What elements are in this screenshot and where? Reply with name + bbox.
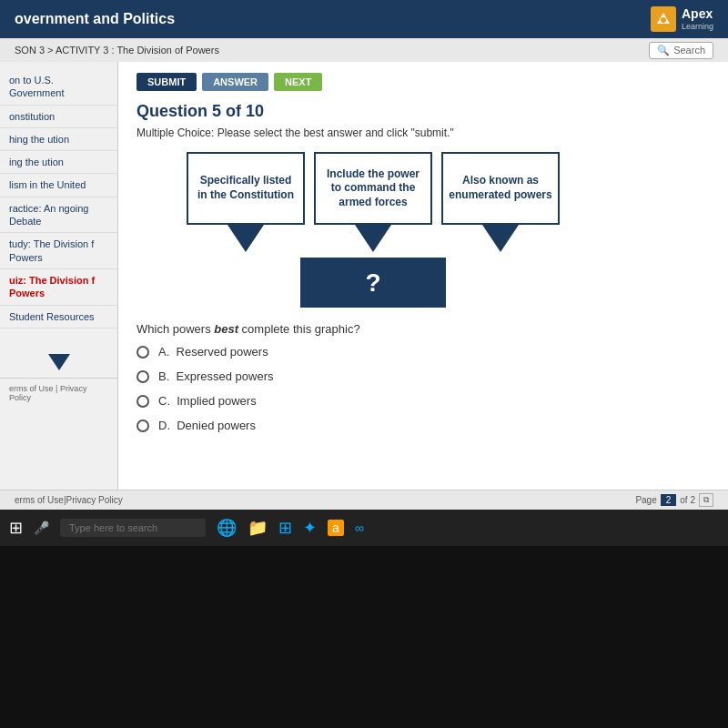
option-a[interactable]: A. Reserved powers [136, 345, 610, 359]
sidebar-item-intro[interactable]: on to U.S. Government [0, 69, 117, 106]
option-c-label: C. Implied powers [158, 394, 257, 408]
sidebar-item-reading2[interactable]: ing the ution [0, 151, 117, 174]
radio-b[interactable] [136, 370, 149, 383]
windows-icon[interactable]: ⊞ [9, 518, 23, 538]
footer-privacy[interactable]: Privacy Policy [66, 495, 123, 505]
sidebar-footer: erms of Use | Privacy Policy [0, 378, 117, 408]
search-icon: 🔍 [657, 45, 670, 56]
arrows-row [187, 225, 560, 258]
app-title: overnment and Politics [15, 11, 175, 27]
question-instruction: Multiple Choice: Please select the best … [136, 126, 610, 139]
main-layout: on to U.S. Government onstitution hing t… [0, 62, 728, 490]
taskbar-search-input[interactable] [60, 519, 206, 537]
arrow-center [314, 225, 432, 252]
svg-point-1 [661, 17, 666, 23]
sidebar-item-practice[interactable]: ractice: An ngoing Debate [0, 197, 117, 234]
diagram: Specifically listed in the Constitution … [136, 152, 610, 308]
question-title: Question 5 of 10 [136, 102, 610, 121]
answer-button[interactable]: ANSWER [202, 73, 268, 91]
taskbar: ⊞ 🎤 🌐 📁 ⊞ ✦ a ∞ [0, 510, 728, 546]
next-button[interactable]: NEXT [274, 73, 322, 91]
screen: overnment and Politics Apex Learning SON… [0, 0, 728, 728]
page-nav-icon[interactable]: ⧉ [699, 493, 713, 507]
taskbar-extra-icon[interactable]: ∞ [355, 521, 364, 535]
diagram-bottom-box: ? [300, 258, 446, 308]
taskbar-amazon-icon[interactable]: a [328, 520, 344, 536]
sidebar-item-quiz[interactable]: uiz: The Division f Powers [0, 269, 117, 306]
taskbar-dropbox-icon[interactable]: ✦ [303, 518, 317, 538]
diagram-box-1: Specifically listed in the Constitution [187, 152, 305, 225]
sidebar-item-resources[interactable]: Student Resources [0, 306, 117, 329]
question-prompt: Which powers best complete this graphic? [136, 322, 610, 336]
diagram-box-2: Include the power to command the armed f… [314, 152, 432, 225]
content-area: SUBMIT ANSWER NEXT Question 5 of 10 Mult… [118, 62, 728, 490]
sidebar-item-constitution[interactable]: onstitution [0, 106, 117, 128]
radio-a[interactable] [136, 346, 149, 359]
breadcrumb: SON 3 > ACTIVITY 3 : The Division of Pow… [15, 45, 219, 56]
top-bar: overnment and Politics Apex Learning [0, 0, 728, 38]
sidebar-item-federalism[interactable]: lism in the United [0, 174, 117, 197]
page-nav: Page 2 of 2 ⧉ [635, 493, 713, 507]
toolbar: SUBMIT ANSWER NEXT [136, 73, 610, 91]
apex-logo-text-block: Apex Learning [682, 7, 713, 30]
option-c[interactable]: C. Implied powers [136, 394, 610, 408]
option-d[interactable]: D. Denied powers [136, 419, 610, 432]
sidebar-item-study[interactable]: tudy: The Division f Powers [0, 233, 117, 269]
sidebar-nav-arrow[interactable] [0, 347, 117, 378]
page-number: 2 [661, 494, 677, 506]
footer-terms[interactable]: erms of Use [15, 495, 64, 505]
search-box[interactable]: 🔍 Search [649, 42, 713, 59]
mic-icon[interactable]: 🎤 [34, 521, 49, 535]
arrow-down-icon-1 [228, 225, 264, 252]
breadcrumb-bar: SON 3 > ACTIVITY 3 : The Division of Pow… [0, 38, 728, 62]
apex-logo: Apex Learning [651, 6, 713, 32]
arrow-down-icon-2 [355, 225, 391, 252]
option-a-label: A. Reserved powers [158, 345, 268, 359]
arrow-down-icon-3 [482, 225, 519, 252]
terms-link[interactable]: erms of Use [9, 384, 54, 393]
option-b[interactable]: B. Expressed powers [136, 369, 610, 383]
diagram-box-3: Also known as enumerated powers [441, 152, 560, 225]
sidebar: on to U.S. Government onstitution hing t… [0, 62, 118, 490]
page-footer: erms of Use | Privacy Policy Page 2 of 2… [0, 490, 728, 510]
diagram-top-row: Specifically listed in the Constitution … [187, 152, 560, 225]
page-label: Page [635, 495, 656, 505]
submit-button[interactable]: SUBMIT [136, 73, 197, 91]
sidebar-item-reading1[interactable]: hing the ution [0, 128, 117, 151]
option-b-label: B. Expressed powers [158, 369, 273, 383]
taskbar-browser-icon[interactable]: 🌐 [217, 518, 237, 538]
radio-d[interactable] [136, 420, 149, 432]
radio-c[interactable] [136, 395, 149, 408]
taskbar-folder-icon[interactable]: 📁 [248, 518, 268, 538]
search-placeholder: Search [673, 45, 705, 56]
arrow-right [441, 225, 560, 252]
taskbar-windows-logo[interactable]: ⊞ [278, 518, 292, 538]
option-d-label: D. Denied powers [158, 419, 256, 432]
page-total: of 2 [680, 495, 695, 505]
monitor-bezel [0, 546, 728, 728]
content-inner: SUBMIT ANSWER NEXT Question 5 of 10 Mult… [118, 62, 628, 454]
apex-logo-icon [651, 6, 676, 32]
arrow-up-icon [48, 354, 70, 370]
arrow-left [187, 225, 305, 252]
